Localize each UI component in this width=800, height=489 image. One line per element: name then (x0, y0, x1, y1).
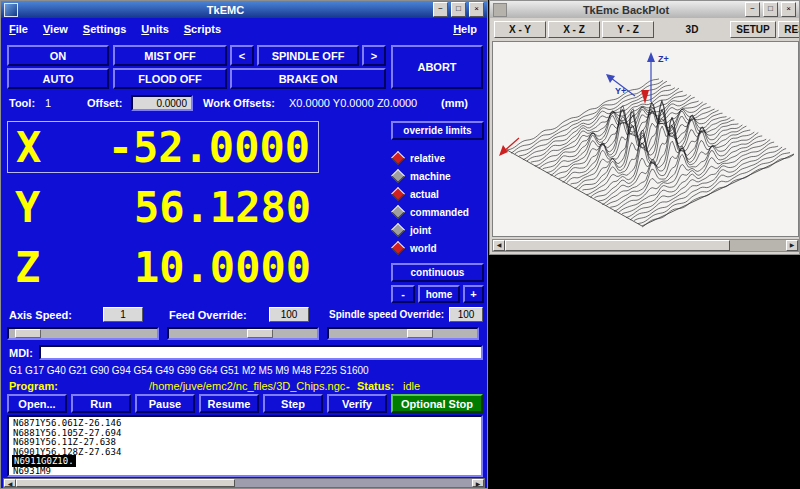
maximize-icon[interactable]: □ (763, 2, 778, 17)
menu-settings[interactable]: Settings (83, 23, 126, 35)
scroll-right-icon[interactable]: ▶ (472, 479, 484, 487)
radio-indicator-icon (391, 187, 405, 201)
scroll-right-icon[interactable]: ▶ (786, 240, 798, 251)
code-line: N6901Y56.128Z-27.634 (13, 448, 477, 458)
radio-world[interactable]: world (393, 240, 437, 256)
radio-machine[interactable]: machine (393, 168, 451, 184)
maximize-icon[interactable]: □ (451, 2, 466, 17)
close-icon[interactable]: × (781, 2, 796, 17)
base-edge (507, 150, 642, 226)
feed-override-label: Feed Override: (169, 309, 247, 321)
tool-offset-label: Offset: (87, 97, 122, 109)
step-button[interactable]: Step (263, 394, 323, 413)
tab-xz[interactable]: X - Z (548, 21, 600, 38)
mode-auto-button[interactable]: AUTO (7, 68, 109, 89)
spindle-override-slider[interactable] (327, 327, 479, 340)
radio-indicator-icon (391, 151, 405, 165)
feed-override-slider[interactable] (167, 327, 319, 340)
jog-plus-button[interactable]: + (463, 285, 484, 303)
menu-help[interactable]: Help (453, 23, 477, 35)
listing-hscrollbar[interactable]: ◀ ▶ (3, 478, 485, 488)
minimize-icon[interactable]: − (433, 2, 448, 17)
scrollbar-track[interactable] (16, 479, 472, 487)
slider-thumb[interactable] (247, 329, 273, 338)
action-button-row: Open... Run Pause Resume Step Verify Opt… (7, 394, 483, 413)
dro-axis-z[interactable]: Z 10.0000 (7, 241, 319, 293)
scrollbar-thumb[interactable] (16, 479, 235, 487)
units-label: (mm) (441, 97, 468, 109)
work-offsets-label: Work Offsets: (203, 97, 275, 109)
backplot-titlebar[interactable]: TkEmc BackPlot − □ × (490, 1, 799, 18)
open-button[interactable]: Open... (7, 394, 67, 413)
radio-commanded[interactable]: commanded (393, 204, 469, 220)
axis-speed-slider[interactable] (7, 327, 159, 340)
optional-stop-button[interactable]: Optional Stop (391, 394, 483, 413)
dro-axis-x[interactable]: X -52.0000 (7, 121, 319, 173)
code-line-active: N6911G0Z10. (13, 457, 477, 467)
flood-button[interactable]: FLOOD OFF (113, 68, 227, 89)
menu-file[interactable]: File (9, 23, 28, 35)
status-label: Status: (357, 380, 394, 392)
jog-minus-button[interactable]: - (391, 285, 415, 303)
home-button[interactable]: home (418, 285, 460, 303)
dro-axis-y[interactable]: Y 56.1280 (7, 181, 319, 233)
tab-xy[interactable]: X - Y (494, 21, 546, 38)
menu-scripts[interactable]: Scripts (184, 23, 221, 35)
abort-button[interactable]: ABORT (391, 45, 483, 89)
spindle-button[interactable]: SPINDLE OFF (257, 45, 359, 66)
mdi-label: MDI: (9, 347, 33, 359)
verify-button[interactable]: Verify (327, 394, 387, 413)
mist-button[interactable]: MIST OFF (113, 45, 227, 66)
scrollbar-track[interactable] (505, 240, 786, 251)
dro-z-label: Z (15, 243, 40, 292)
close-icon[interactable]: × (469, 2, 484, 17)
program-path: /home/juve/emc2/nc_files/3D_Chips.ngc (149, 380, 345, 392)
tool-label: Tool: (9, 97, 35, 109)
radio-indicator-icon (391, 205, 405, 219)
pause-button[interactable]: Pause (135, 394, 195, 413)
brake-button[interactable]: BRAKE ON (230, 68, 386, 89)
slider-thumb[interactable] (407, 329, 433, 338)
menu-view[interactable]: View (43, 23, 68, 35)
program-label: Program: (9, 380, 58, 392)
backplot-hscrollbar[interactable]: ◀ ▶ (492, 239, 799, 252)
scrollbar-thumb[interactable] (505, 240, 730, 251)
tab-3d[interactable]: 3D (656, 21, 728, 38)
jog-mode-button[interactable]: continuous (391, 263, 484, 282)
menu-units[interactable]: Units (141, 23, 169, 35)
window-icon (4, 3, 18, 17)
spindle-decrease-button[interactable]: < (230, 45, 254, 66)
radio-actual[interactable]: actual (393, 186, 439, 202)
window-title: TkEMC (21, 4, 430, 16)
slider-thumb[interactable] (15, 329, 41, 338)
radio-relative[interactable]: relative (393, 150, 445, 166)
scroll-left-icon[interactable]: ◀ (493, 240, 505, 251)
run-button[interactable]: Run (71, 394, 131, 413)
tkemc-titlebar[interactable]: TkEMC − □ × (1, 1, 487, 18)
gcode-listing[interactable]: N6871Y56.061Z-26.146 N6881Y56.105Z-27.69… (7, 415, 483, 477)
active-gcodes: G1 G17 G40 G21 G90 G94 G54 G49 G99 G64 G… (9, 365, 369, 376)
radio-joint[interactable]: joint (393, 222, 431, 238)
dro-y-label: Y (15, 183, 40, 232)
reset-button[interactable]: RESET (778, 21, 800, 38)
backplot-canvas-area[interactable]: Z+ Y+ (492, 41, 799, 237)
radio-indicator-icon (391, 241, 405, 255)
radio-indicator-icon (391, 223, 405, 237)
dro-x-value: -52.0000 (108, 123, 310, 172)
machine-on-button[interactable]: ON (7, 45, 109, 66)
code-line: N6931M9 (13, 467, 477, 477)
override-limits-button[interactable]: override limits (391, 121, 484, 140)
feed-override-value: 100 (269, 307, 309, 322)
tool-offset-entry[interactable]: 0.0000 (131, 95, 193, 111)
mdi-input[interactable] (39, 345, 483, 360)
minimize-icon[interactable]: − (745, 2, 760, 17)
resume-button[interactable]: Resume (199, 394, 259, 413)
radio-indicator-icon (391, 169, 405, 183)
scroll-left-icon[interactable]: ◀ (4, 479, 16, 487)
tab-yz[interactable]: Y - Z (602, 21, 654, 38)
spindle-override-label: Spindle speed Override: (329, 309, 444, 320)
spindle-increase-button[interactable]: > (362, 45, 386, 66)
setup-button[interactable]: SETUP (730, 21, 776, 38)
window-icon (493, 3, 507, 17)
window-title: TkEmc BackPlot (510, 4, 742, 16)
